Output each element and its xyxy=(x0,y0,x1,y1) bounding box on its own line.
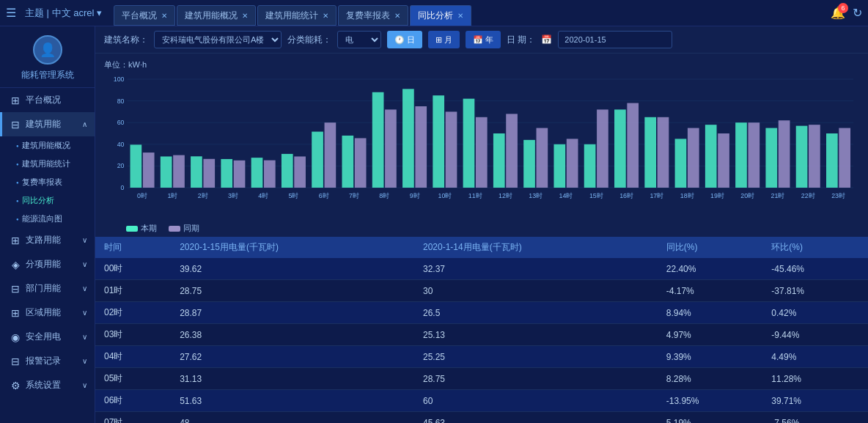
btn-grid[interactable]: ⊞ 月 xyxy=(428,31,460,48)
svg-text:18时: 18时 xyxy=(680,192,694,199)
date-input[interactable] xyxy=(558,31,672,48)
tab-建筑用能统计[interactable]: 建筑用能统计✕ xyxy=(257,5,336,26)
settings-arrow: ∨ xyxy=(82,381,87,389)
sidebar-item-submeter[interactable]: ◈ 分项用能 ∨ xyxy=(0,252,95,276)
tab-同比分析[interactable]: 同比分析✕ xyxy=(410,5,471,26)
submeter-icon: ◈ xyxy=(10,259,21,271)
svg-text:80: 80 xyxy=(117,98,125,105)
svg-text:0: 0 xyxy=(121,184,125,191)
sidebar-item-settings[interactable]: ⚙ 系统设置 ∨ xyxy=(0,373,95,397)
tab-close-icon[interactable]: ✕ xyxy=(394,12,400,20)
svg-rect-18 xyxy=(191,156,202,188)
svg-text:6时: 6时 xyxy=(319,192,329,199)
legend-current-color xyxy=(126,226,138,232)
report-arrow: ∨ xyxy=(82,357,87,365)
building-select[interactable]: 安科瑞电气股份有限公司A楼 xyxy=(154,31,282,48)
sidebar-item-building[interactable]: ⊟ 建筑用能 ∧ xyxy=(0,112,95,136)
sidebar-sub-overview[interactable]: 建筑用能概况 xyxy=(0,136,95,155)
sidebar-item-platform[interactable]: ⊞ 平台概况 xyxy=(0,88,95,112)
sidebar-sub-tariff[interactable]: 复费率报表 xyxy=(0,173,95,191)
tab-close-icon[interactable]: ✕ xyxy=(323,12,328,20)
svg-rect-16 xyxy=(173,155,185,188)
table-row: 06时51.6360-13.95%39.71% xyxy=(95,390,868,412)
tab-close-icon[interactable]: ✕ xyxy=(161,12,167,20)
sidebar-sub-yoy[interactable]: 同比分析 xyxy=(0,191,95,210)
table-cell: 45.63 xyxy=(414,412,658,424)
table-cell: 28.75 xyxy=(171,280,414,302)
table-cell: -37.81% xyxy=(762,280,868,302)
table-row: 03时26.3825.134.97%-9.44% xyxy=(95,324,868,346)
refresh-icon[interactable]: ↻ xyxy=(853,6,862,20)
svg-text:40: 40 xyxy=(117,141,125,148)
sub-overview-label: 建筑用能概况 xyxy=(22,140,70,151)
svg-text:100: 100 xyxy=(114,76,125,83)
main-content: 建筑名称： 安科瑞电气股份有限公司A楼 分类能耗： 电 🕐 日 ⊞ 月 📅 年 … xyxy=(95,26,868,423)
safety-arrow: ∨ xyxy=(82,333,87,341)
table-row: 01时28.7530-4.17%-37.81% xyxy=(95,280,868,302)
svg-rect-49 xyxy=(506,114,518,188)
table-cell: 5.19% xyxy=(658,412,763,424)
table-cell: 4.49% xyxy=(762,346,868,368)
topbar: ☰ 主题 | 中文 acrel ▾ 平台概况✕建筑用能概况✕建筑用能统计✕复费率… xyxy=(0,0,868,26)
tab-close-icon[interactable]: ✕ xyxy=(457,12,463,20)
submeter-arrow: ∨ xyxy=(82,260,87,268)
menu-icon[interactable]: ☰ xyxy=(6,6,16,20)
svg-rect-40 xyxy=(415,106,427,188)
table-body: 00时39.6232.3722.40%-45.46%01时28.7530-4.1… xyxy=(95,258,868,423)
sidebar-sub-stats[interactable]: 建筑用能统计 xyxy=(0,155,95,173)
svg-rect-31 xyxy=(325,122,336,188)
table-cell: 30 xyxy=(414,280,658,302)
svg-text:7时: 7时 xyxy=(349,192,359,199)
svg-text:3时: 3时 xyxy=(228,192,238,199)
tab-close-icon[interactable]: ✕ xyxy=(242,12,248,20)
btn-year[interactable]: 📅 年 xyxy=(466,31,501,48)
svg-rect-72 xyxy=(735,122,747,188)
svg-rect-15 xyxy=(161,156,172,188)
system-title: 能耗管理系统 xyxy=(21,69,74,81)
svg-rect-82 xyxy=(839,128,850,188)
notification-icon[interactable]: 🔔6 xyxy=(831,6,845,20)
tab-建筑用能概况[interactable]: 建筑用能概况✕ xyxy=(177,5,256,26)
sidebar-item-dept[interactable]: ⊟ 部门用能 ∨ xyxy=(0,276,95,301)
area-icon: ⊞ xyxy=(10,307,21,319)
category-select[interactable]: 电 xyxy=(337,31,381,48)
sidebar-item-report[interactable]: ⊟ 报警记录 ∨ xyxy=(0,349,95,373)
legend-current-label: 本期 xyxy=(141,223,157,234)
chart-legend: 本期 同期 xyxy=(104,223,859,234)
table-cell: 00时 xyxy=(95,258,171,280)
table-row: 07时4845.635.19%-7.56% xyxy=(95,412,868,424)
circuit-arrow: ∨ xyxy=(82,236,87,244)
sidebar-item-area[interactable]: ⊞ 区域用能 ∨ xyxy=(0,301,95,325)
category-label: 分类能耗： xyxy=(287,34,331,46)
svg-rect-75 xyxy=(765,128,777,188)
sidebar-item-area-label: 区域用能 xyxy=(26,306,61,319)
svg-rect-27 xyxy=(282,154,293,188)
tab-复费率报表[interactable]: 复费率报表✕ xyxy=(338,5,408,26)
table-cell: 07时 xyxy=(95,412,171,424)
svg-rect-73 xyxy=(748,122,760,188)
sidebar-item-safety[interactable]: ◉ 安全用电 ∨ xyxy=(0,325,95,349)
table-cell: 01时 xyxy=(95,280,171,302)
svg-rect-43 xyxy=(446,111,457,188)
table-cell: 02时 xyxy=(95,302,171,324)
table-cell: 9.39% xyxy=(658,346,763,368)
svg-rect-25 xyxy=(264,161,276,188)
table-cell: 8.28% xyxy=(658,368,763,390)
table-cell: 26.38 xyxy=(171,324,414,346)
svg-text:5时: 5时 xyxy=(289,192,299,199)
table-cell: -4.17% xyxy=(658,280,763,302)
svg-rect-46 xyxy=(476,117,488,188)
table-area[interactable]: 时间2020-1-15用电量(千瓦时)2020-1-14用电量(千瓦时)同比(%… xyxy=(95,237,868,423)
topbar-right: 🔔6 ↻ xyxy=(831,6,862,20)
btn-clock[interactable]: 🕐 日 xyxy=(387,31,422,48)
sidebar-sub-flow[interactable]: 能源流向图 xyxy=(0,210,95,228)
svg-text:16时: 16时 xyxy=(619,192,633,199)
sidebar-item-platform-label: 平台概况 xyxy=(26,94,61,106)
table-cell: 11.28% xyxy=(762,368,868,390)
svg-rect-36 xyxy=(372,92,384,188)
sidebar-item-circuit[interactable]: ⊞ 支路用能 ∨ xyxy=(0,228,95,252)
tab-平台概况[interactable]: 平台概况✕ xyxy=(114,5,175,26)
svg-rect-79 xyxy=(809,125,820,188)
svg-rect-54 xyxy=(553,144,565,188)
svg-text:19时: 19时 xyxy=(710,192,724,199)
